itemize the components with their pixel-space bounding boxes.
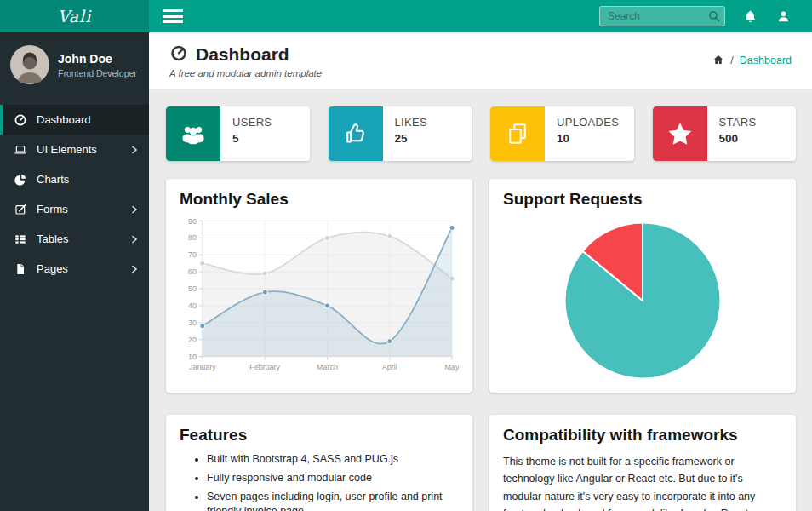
star-icon (653, 106, 707, 161)
chevron-right-icon (130, 265, 139, 273)
svg-text:90: 90 (188, 217, 197, 226)
sidebar-item-tables[interactable]: Tables (0, 224, 149, 254)
gauge-icon (13, 113, 27, 127)
svg-text:10: 10 (188, 353, 197, 361)
search-box (599, 6, 725, 26)
svg-text:April: April (382, 363, 397, 371)
app-logo[interactable]: Vali (0, 0, 149, 32)
card-title: Monthly Sales (180, 190, 459, 209)
sidebar: John Doe Frontend Developer Dashboard UI… (0, 32, 149, 511)
stats-row: USERS 5 LIKES 25 UPLOADES 10 (166, 106, 796, 161)
breadcrumb-separator: / (730, 55, 733, 66)
sidebar-item-charts[interactable]: Charts (0, 164, 149, 194)
stat-card-uploads: UPLOADES 10 (490, 106, 634, 161)
stat-label: USERS (232, 116, 272, 129)
home-icon[interactable] (712, 54, 724, 68)
list-item: Fully responsive and modular code (207, 471, 459, 485)
charts-row: Monthly Sales 102030405060708090JanuaryF… (166, 179, 796, 393)
svg-text:70: 70 (188, 250, 197, 259)
avatar (10, 45, 49, 84)
breadcrumb-current-link[interactable]: Dashboard (740, 55, 792, 66)
edit-icon (13, 203, 27, 216)
topnav (149, 0, 812, 32)
stat-card-users: USERS 5 (166, 106, 310, 161)
svg-text:January: January (189, 363, 216, 371)
stat-card-stars: STARS 500 (653, 106, 797, 161)
chevron-right-icon (130, 146, 139, 154)
svg-text:May: May (445, 363, 459, 371)
sidebar-item-label: Charts (37, 173, 69, 186)
sidebar-nav: Dashboard UI Elements Charts Forms (0, 105, 149, 284)
sidebar-item-label: Pages (37, 262, 68, 275)
search-input[interactable] (599, 6, 725, 26)
stat-value: 25 (395, 132, 427, 145)
stat-label: LIKES (395, 116, 427, 129)
list-item: Seven pages including login, user profil… (207, 490, 459, 511)
chevron-right-icon (130, 205, 139, 214)
user-role: Frontend Developer (58, 68, 137, 78)
support-requests-card: Support Requests (489, 179, 796, 393)
list-item: Built with Bootstrap 4, SASS and PUG.js (207, 452, 459, 467)
card-title: Features (180, 426, 459, 445)
stat-label: STARS (719, 116, 757, 129)
stat-card-likes: LIKES 25 (329, 106, 472, 161)
breadcrumb: / Dashboard (712, 54, 792, 68)
svg-text:20: 20 (188, 336, 197, 344)
card-title: Compatibility with frameworks (503, 426, 782, 445)
svg-text:80: 80 (188, 233, 197, 242)
support-requests-pie-chart (503, 214, 782, 384)
top-navbar: Vali (0, 0, 812, 32)
sidebar-item-label: Dashboard (37, 113, 91, 126)
page-header: Dashboard A free and modular admin templ… (149, 32, 812, 89)
svg-text:50: 50 (188, 284, 197, 293)
sidebar-item-pages[interactable]: Pages (0, 254, 149, 284)
svg-text:February: February (249, 363, 280, 371)
monthly-sales-line-chart: 102030405060708090JanuaryFebruaryMarchAp… (180, 214, 459, 377)
dashboard-gauge-icon (169, 43, 188, 66)
pie-chart-icon (13, 173, 27, 187)
users-icon (166, 106, 220, 161)
user-text: John Doe Frontend Developer (58, 52, 137, 78)
info-row: Features Built with Bootstrap 4, SASS an… (166, 415, 796, 511)
page-title: Dashboard (196, 44, 289, 65)
notifications-bell-icon[interactable] (742, 9, 758, 25)
page-subtitle: A free and modular admin template (169, 68, 322, 78)
sidebar-item-dashboard[interactable]: Dashboard (0, 105, 149, 135)
features-card: Features Built with Bootstrap 4, SASS an… (166, 415, 472, 511)
file-icon (13, 262, 27, 276)
sidebar-item-label: Forms (37, 203, 68, 215)
chevron-right-icon (130, 235, 139, 244)
thumbs-up-icon (329, 106, 383, 161)
table-icon (13, 233, 27, 246)
page-title-block: Dashboard A free and modular admin templ… (169, 43, 322, 78)
main-content: Dashboard A free and modular admin templ… (149, 32, 812, 511)
monthly-sales-card: Monthly Sales 102030405060708090JanuaryF… (166, 179, 472, 393)
content-area: USERS 5 LIKES 25 UPLOADES 10 (149, 89, 812, 511)
stat-value: 500 (719, 132, 757, 145)
sidebar-item-label: UI Elements (37, 143, 97, 156)
svg-text:30: 30 (188, 319, 197, 327)
features-list: Built with Bootstrap 4, SASS and PUG.js … (180, 452, 459, 511)
svg-text:March: March (317, 363, 338, 371)
sidebar-item-label: Tables (37, 233, 69, 245)
svg-text:60: 60 (188, 267, 197, 276)
compatibility-text: This theme is not built for a specific f… (503, 453, 782, 511)
card-title: Support Requests (503, 190, 782, 209)
svg-text:40: 40 (188, 301, 197, 310)
stat-label: UPLOADES (557, 116, 619, 129)
search-icon[interactable] (707, 9, 721, 26)
sidebar-item-forms[interactable]: Forms (0, 194, 149, 224)
stat-value: 10 (557, 132, 619, 145)
compatibility-card: Compatibility with frameworks This theme… (489, 415, 796, 511)
laptop-icon (13, 143, 27, 157)
sidebar-toggle-button[interactable] (163, 8, 185, 25)
user-account-icon[interactable] (775, 9, 792, 25)
sidebar-user-profile: John Doe Frontend Developer (0, 32, 149, 96)
stat-value: 5 (232, 132, 272, 145)
user-name: John Doe (58, 52, 137, 66)
sidebar-item-ui-elements[interactable]: UI Elements (0, 135, 149, 164)
copy-icon (490, 106, 545, 161)
